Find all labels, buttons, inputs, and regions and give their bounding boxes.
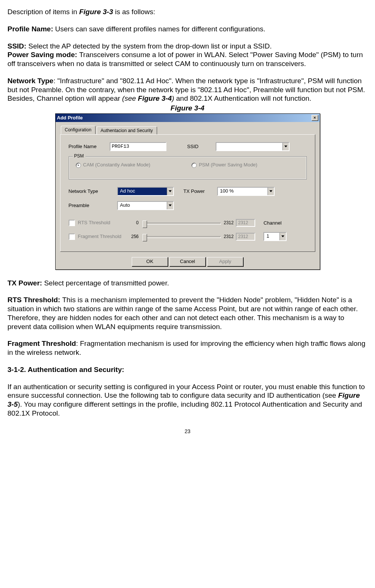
text: Select the AP detected by the system fro…	[28, 42, 272, 50]
profile-name-paragraph: Profile Name: Users can save different p…	[7, 25, 368, 34]
heading: Profile Name:	[7, 25, 55, 33]
text: If an authentication or security setting…	[7, 383, 365, 400]
tab-authentication-security[interactable]: Authentacion and Security	[97, 126, 157, 135]
heading: Power Saving mode:	[7, 51, 79, 59]
close-button[interactable]: ×	[312, 115, 318, 121]
network-type-paragraph: Network Type: "Infrastructure" and "802.…	[7, 76, 368, 103]
checkbox-icon	[69, 234, 75, 240]
text: and 802.1X Authentication will not funct…	[174, 94, 312, 102]
figure-ref: Figure 3-4	[138, 94, 172, 102]
page-number: 23	[7, 428, 368, 435]
dialog-titlebar: Add Profile ×	[56, 114, 320, 122]
network-type-combobox[interactable]: Ad hoc	[117, 187, 174, 196]
svg-marker-3	[169, 204, 172, 206]
heading: TX Power:	[7, 279, 44, 287]
rts-min-label: 0	[128, 220, 139, 226]
tab-page-configuration: Profile Name PROF13 SSID PSM CAM (Consta…	[60, 134, 315, 252]
ok-button[interactable]: OK	[132, 257, 168, 266]
figure-ref: Figure 3-3	[79, 8, 113, 16]
chevron-down-icon	[167, 202, 173, 209]
chevron-down-icon	[167, 188, 173, 195]
frag-max-label: 2312	[224, 234, 234, 240]
heading: Network Type	[7, 77, 53, 85]
svg-marker-1	[169, 190, 172, 192]
radio-icon	[191, 163, 197, 168]
dialog-button-row: OK Cancel Apply	[60, 257, 315, 266]
tx-power-label: TX Power	[184, 188, 217, 194]
rts-max-label: 2312	[224, 220, 234, 226]
profile-name-label: Profile Name	[69, 144, 110, 150]
auth-security-paragraph: If an authentication or security setting…	[7, 382, 368, 418]
heading: SSID:	[7, 42, 28, 50]
intro-paragraph: Description of items in Figure 3-3 is as…	[7, 7, 368, 16]
text: Description of items in	[7, 8, 79, 16]
network-type-label: Network Type	[69, 188, 117, 194]
tab-configuration[interactable]: Configuration	[61, 126, 96, 134]
section-heading: 3-1-2. Authentication and Security:	[7, 365, 368, 374]
rts-threshold-checkbox[interactable]: RTS Threshold	[69, 220, 128, 226]
channel-label: Channel	[263, 220, 281, 226]
profile-name-input[interactable]: PROF13	[110, 142, 166, 151]
close-icon: ×	[313, 115, 316, 120]
chevron-down-icon	[279, 233, 286, 240]
ssid-label: SSID	[187, 144, 205, 150]
frag-min-label: 256	[128, 234, 139, 240]
fragment-slider[interactable]	[143, 233, 221, 240]
rts-slider[interactable]	[143, 219, 221, 227]
psm-group-legend: PSM	[73, 153, 85, 159]
checkbox-icon	[69, 220, 75, 226]
text: (see	[122, 94, 138, 102]
apply-button[interactable]: Apply	[207, 257, 243, 266]
dialog-title: Add Profile	[57, 115, 83, 121]
tx-power-paragraph: TX Power: Select percentage of transmitt…	[7, 279, 368, 288]
heading: Fragment Threshold	[7, 340, 76, 347]
frag-value-box: 2312	[236, 233, 255, 241]
cancel-button[interactable]: Cancel	[169, 257, 206, 266]
text: is as follows:	[113, 8, 155, 16]
tx-power-combobox[interactable]: 100 %	[217, 187, 275, 196]
fragment-threshold-paragraph: Fragment Threshold: Fragmentation mechan…	[7, 339, 368, 357]
preamble-label: Preamble	[69, 203, 117, 209]
svg-marker-0	[284, 146, 287, 147]
cam-radio[interactable]: CAM (Constantly Awake Mode)	[76, 162, 150, 168]
preamble-combobox[interactable]: Auto	[117, 201, 174, 210]
heading: RTS Threshold:	[7, 296, 62, 304]
channel-combobox[interactable]: 1	[263, 232, 287, 241]
text: ). You may configure different settings …	[7, 400, 362, 417]
text: Users can save different profiles names …	[55, 25, 265, 33]
chevron-down-icon	[282, 143, 289, 150]
figure-caption: Figure 3-4	[7, 104, 368, 113]
rts-value-box: 2312	[236, 219, 255, 227]
ssid-combobox[interactable]	[216, 142, 290, 151]
add-profile-dialog: Add Profile × Configuration Authentacion…	[55, 113, 320, 270]
svg-marker-4	[281, 235, 284, 237]
rts-threshold-paragraph: RTS Threshold: This is a mechanism imple…	[7, 295, 368, 331]
ssid-psm-paragraph: SSID: Select the AP detected by the syst…	[7, 42, 368, 68]
text: Select percentage of transmitted power.	[44, 279, 169, 287]
psm-radio[interactable]: PSM (Power Saving Mode)	[191, 162, 257, 168]
chevron-down-icon	[268, 188, 274, 195]
radio-icon	[76, 163, 81, 168]
tab-strip: Configuration Authentacion and Security	[60, 126, 315, 135]
fragment-threshold-checkbox[interactable]: Fragment Threshold	[69, 234, 128, 240]
psm-groupbox: PSM CAM (Constantly Awake Mode) PSM (Pow…	[69, 156, 307, 179]
svg-marker-2	[269, 190, 272, 192]
